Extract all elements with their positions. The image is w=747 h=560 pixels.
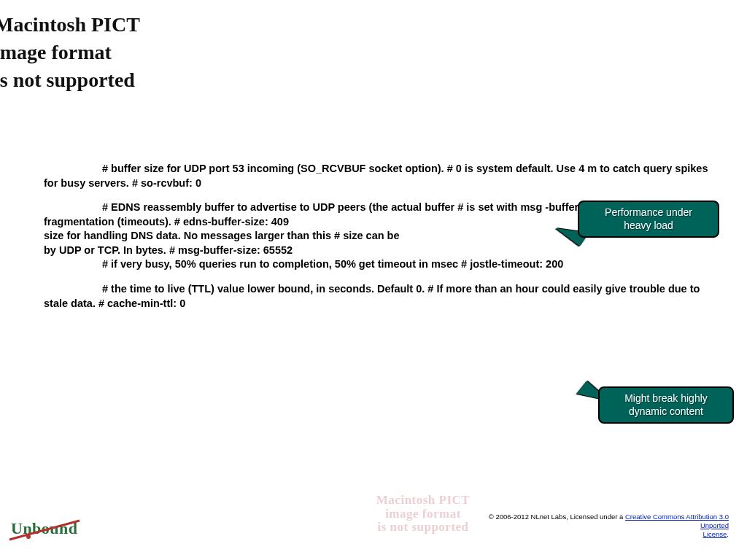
license-period: . (727, 530, 729, 538)
pict-header-line: Macintosh PICT (0, 11, 140, 39)
unbound-logo: Unbound (11, 519, 78, 538)
config-line: # buffer size for UDP port 53 incoming (… (44, 163, 708, 189)
pict-unsupported-header: Macintosh PICT image format is not suppo… (0, 11, 140, 93)
config-line: # if very busy, 50% queries run to compl… (102, 258, 563, 270)
callout-text: dynamic content (629, 405, 703, 417)
config-line: # the time to live (TTL) value lower bou… (44, 283, 700, 309)
callout-performance: Performance under heavy load (578, 201, 719, 238)
pict-header-line: is not supported (0, 66, 140, 94)
pict-header-line: image format (0, 39, 140, 66)
config-paragraph: # buffer size for UDP port 53 incoming (… (44, 162, 715, 190)
logo-strike-icon (7, 515, 87, 544)
license-prefix: © 2006-2012 NLnet Labs, Licensed under a (489, 513, 625, 521)
license-text: © 2006-2012 NLnet Labs, Licensed under a… (459, 513, 729, 539)
callout-text: Might break highly (624, 392, 708, 404)
config-text-block: # buffer size for UDP port 53 incoming (… (44, 162, 715, 321)
config-line: by UDP or TCP. In bytes. # msg-buffer-si… (44, 244, 293, 256)
svg-line-0 (9, 521, 80, 540)
pict-footer-line: Macintosh PICT (343, 494, 503, 508)
callout-text: Performance under (605, 206, 692, 218)
callout-dynamic-content: Might break highly dynamic content (598, 386, 734, 424)
license-link[interactable]: License (703, 530, 727, 538)
callout-text: heavy load (624, 219, 673, 231)
config-paragraph: # the time to live (TTL) value lower bou… (44, 282, 715, 311)
config-line: size for handling DNS data. No messages … (44, 230, 400, 241)
svg-point-1 (26, 534, 31, 539)
license-link[interactable]: Creative Commons Attribution 3.0 Unporte… (625, 513, 729, 529)
